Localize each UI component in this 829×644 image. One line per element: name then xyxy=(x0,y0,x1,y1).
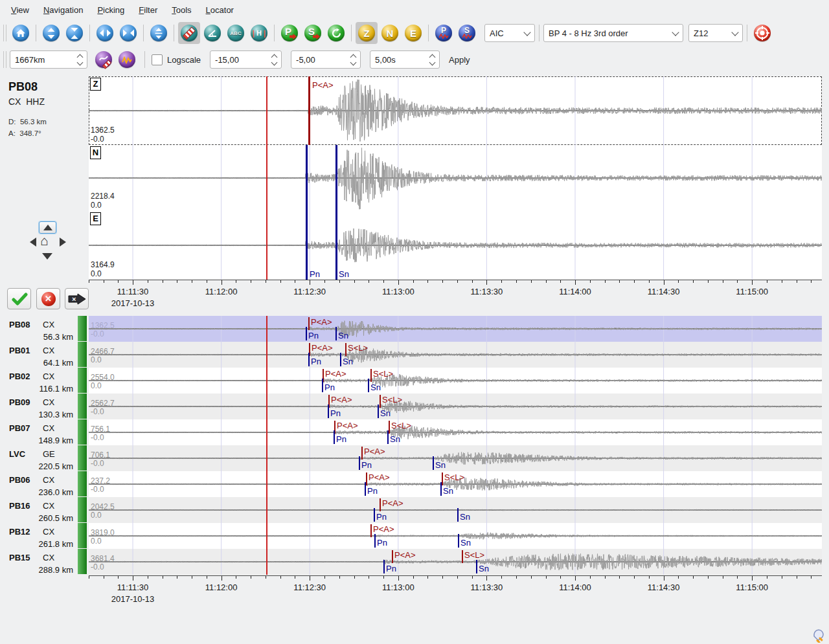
rotation-select[interactable]: Z12 xyxy=(688,24,743,42)
phase-pick-line[interactable] xyxy=(308,317,310,330)
phase-pick-line[interactable] xyxy=(392,550,393,563)
phase-pick-line[interactable] xyxy=(368,379,369,392)
scroll-left-button[interactable] xyxy=(30,238,36,247)
station-row-pb06[interactable]: PB06CX236.0 km 237.2-0.0P<A>S<L>PnSn xyxy=(0,471,829,497)
phase-pick-line-p[interactable] xyxy=(308,76,310,145)
scroll-up-button[interactable] xyxy=(39,221,56,234)
phase-pick-line[interactable] xyxy=(476,560,477,573)
menu-picking[interactable]: Picking xyxy=(90,2,131,18)
phase-pick-line[interactable] xyxy=(378,405,379,418)
time-window-button[interactable]: ❘H❘ xyxy=(248,22,270,44)
phase-pick-line[interactable] xyxy=(335,145,337,211)
pick-ruler-button[interactable] xyxy=(178,22,200,44)
logscale-checkbox[interactable] xyxy=(152,54,163,65)
phase-pick-line[interactable] xyxy=(345,343,346,356)
discard-picks-button[interactable]: ✕ xyxy=(36,288,60,309)
station-row-pb15[interactable]: PB15CX288.9 km 3681.4-0.0P<A>S<L>PnSn xyxy=(0,549,829,575)
refresh-picks-button[interactable] xyxy=(325,22,347,44)
phase-pick-line[interactable] xyxy=(462,550,463,563)
filter-select[interactable]: BP 4 - 8 Hz 3rd order xyxy=(543,24,683,42)
normalize-amplitude-button[interactable] xyxy=(148,22,170,44)
menu-locator[interactable]: Locator xyxy=(199,2,241,18)
phase-pick-line[interactable] xyxy=(359,456,360,470)
scroll-down-button[interactable] xyxy=(42,253,52,260)
pick-p-button[interactable]: P xyxy=(278,22,301,44)
amplitude-zoom-out-button[interactable] xyxy=(63,22,85,44)
phase-pick-line[interactable] xyxy=(389,421,390,434)
phase-pick-line[interactable] xyxy=(374,534,376,548)
theoretical-s-button[interactable]: S xyxy=(456,22,478,44)
phase-pick-line[interactable] xyxy=(306,145,308,211)
phase-pick-line[interactable] xyxy=(306,211,308,280)
component-z-button[interactable]: Z xyxy=(356,22,378,44)
scroll-right-button[interactable] xyxy=(60,238,66,247)
phase-pick-line[interactable] xyxy=(370,524,372,537)
waveform-pick-button[interactable] xyxy=(116,49,138,71)
phase-pick-line[interactable] xyxy=(361,447,363,460)
component-n-button[interactable]: N xyxy=(379,22,401,44)
toolbar-handle[interactable] xyxy=(3,25,6,41)
confirm-picks-button[interactable] xyxy=(7,288,31,309)
annotation-button[interactable]: ABC xyxy=(225,22,247,44)
station-row-lvc[interactable]: LVCGE220.5 km 706.1-0.0P<A>PnSn xyxy=(0,445,829,471)
station-trace[interactable]: 706.1-0.0P<A>PnSn xyxy=(89,445,822,471)
amplitude-zoom-spinbox[interactable]: 1667km xyxy=(10,50,87,69)
time-zoom-out-button[interactable] xyxy=(117,22,139,44)
home-position-button[interactable]: ⌂ xyxy=(40,233,49,249)
pick-s-button[interactable]: S xyxy=(302,22,324,44)
phase-pick-line[interactable] xyxy=(365,482,366,496)
menu-filter[interactable]: Filter xyxy=(131,2,165,18)
spinner-arrows-icon[interactable] xyxy=(346,55,356,65)
menu-tools[interactable]: Tools xyxy=(165,2,198,18)
theoretical-p-button[interactable]: P xyxy=(433,22,455,44)
phase-pick-line[interactable] xyxy=(457,508,459,522)
spinner-arrows-icon[interactable] xyxy=(425,55,435,65)
station-row-pb16[interactable]: PB16CX260.5 km 2042.50.0P<A>PnSn xyxy=(0,497,829,523)
apply-and-next-button[interactable]: × xyxy=(65,288,89,309)
phase-pick-line[interactable] xyxy=(440,482,442,496)
toolbar-handle[interactable] xyxy=(3,51,6,68)
phase-pick-line[interactable] xyxy=(433,456,434,470)
menu-navigation[interactable]: Navigation xyxy=(36,2,90,18)
trace-row-n[interactable]: N2218.40.0 xyxy=(89,145,822,211)
phase-pick-line[interactable] xyxy=(308,353,310,366)
measure-angle-button[interactable] xyxy=(201,22,223,44)
spinner-arrows-icon[interactable] xyxy=(267,55,277,65)
phase-pick-line[interactable] xyxy=(383,560,385,573)
station-row-pb07[interactable]: PB07CX148.9 km 756.1-0.0P<A>S<L>PnSn xyxy=(0,419,829,445)
phase-pick-line[interactable] xyxy=(340,353,341,366)
station-trace[interactable]: 2554.00.0P<A>S<L>PnSn xyxy=(89,368,822,394)
station-trace[interactable]: 2042.50.0P<A>PnSn xyxy=(89,497,822,523)
station-trace[interactable]: 2466.70.0P<A>S<L>PnSn xyxy=(89,342,822,368)
phase-pick-line[interactable] xyxy=(442,472,443,485)
current-trace-panel[interactable]: Z1362.5-0.0P<A> N2218.40.0 E3164.90.0PnS… xyxy=(89,76,822,280)
phase-pick-line[interactable] xyxy=(335,327,337,340)
phase-pick-line[interactable] xyxy=(380,395,381,408)
station-trace[interactable]: 756.1-0.0P<A>S<L>PnSn xyxy=(89,419,822,445)
phase-pick-line[interactable] xyxy=(387,430,389,444)
phase-pick-line[interactable] xyxy=(334,430,335,444)
phase-pick-line[interactable] xyxy=(322,379,323,392)
phase-pick-line[interactable] xyxy=(370,369,372,382)
trace-row-e[interactable]: E3164.90.0PnSn xyxy=(89,211,822,280)
station-row-pb08[interactable]: PB08CX56.3 km 1362.5-0.0P<A>PnSn xyxy=(0,316,829,342)
menu-view[interactable]: View xyxy=(4,2,36,18)
amplitude-scale-button[interactable] xyxy=(93,49,115,71)
phase-pick-line[interactable] xyxy=(380,498,381,511)
phase-pick-line[interactable] xyxy=(335,211,337,280)
phase-pick-line[interactable] xyxy=(366,472,367,485)
amplitude-zoom-in-button[interactable] xyxy=(40,22,62,44)
station-row-pb01[interactable]: PB01CX64.1 km 2466.70.0P<A>S<L>PnSn xyxy=(0,342,829,368)
picker-algorithm-select[interactable]: AIC xyxy=(484,24,535,42)
station-row-pb12[interactable]: PB12CX261.8 km 3819.00.0P<A>PnSn xyxy=(0,523,829,549)
phase-pick-line[interactable] xyxy=(458,534,459,548)
station-trace[interactable]: 3819.00.0P<A>PnSn xyxy=(89,523,822,549)
station-row-pb02[interactable]: PB02CX116.1 km 2554.00.0P<A>S<L>PnSn xyxy=(0,368,829,394)
phase-pick-line[interactable] xyxy=(328,405,329,418)
station-trace[interactable]: 2562.7-0.0P<A>S<L>PnSn xyxy=(89,394,822,419)
min-value-spinbox[interactable]: -15,00 xyxy=(210,50,282,69)
max-value-spinbox[interactable]: -5,00 xyxy=(291,50,361,69)
station-trace[interactable]: 3681.4-0.0P<A>S<L>PnSn xyxy=(89,549,822,575)
home-button[interactable] xyxy=(10,22,32,44)
phase-pick-line[interactable] xyxy=(374,508,375,522)
